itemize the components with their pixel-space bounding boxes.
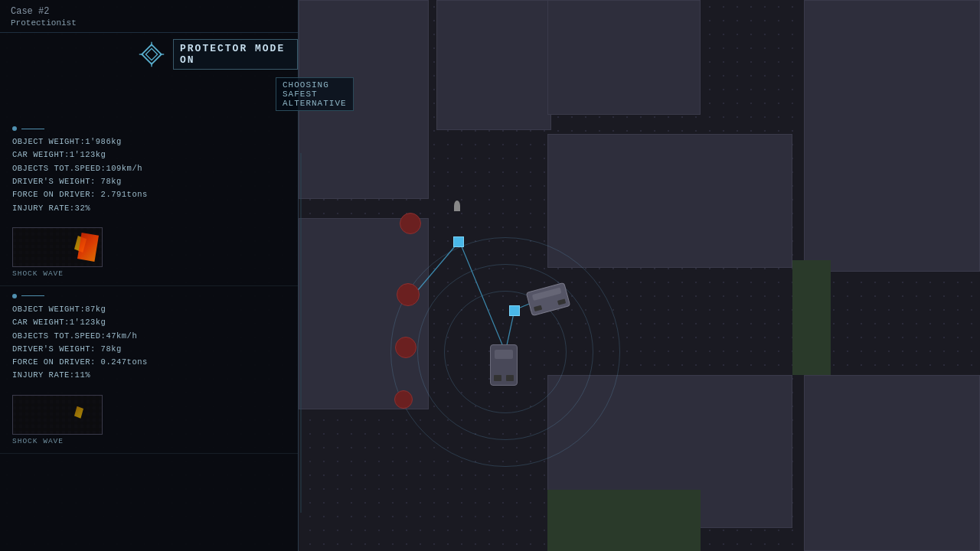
alt-2-driver-weight: DRIVER'S WEIGHT: 78kg: [12, 343, 286, 356]
alt-1-driver-weight: DRIVER'S WEIGHT: 78kg: [12, 175, 286, 188]
alternative-1-block: OBJECT WEIGHT:1'986kg CAR WEIGHT:1'123kg…: [0, 119, 298, 286]
obstacle-3: [395, 337, 416, 358]
obstacle-4: [394, 390, 413, 409]
alt-1-dot: [12, 126, 17, 131]
building-right-edge: [804, 0, 980, 272]
alt-1-object-weight: OBJECT WEIGHT:1'986kg: [12, 135, 286, 148]
alt-1-objects-speed: OBJECTS TOT.SPEED:109km/h: [12, 162, 286, 175]
alternative-2-block: OBJECT WEIGHT:87kg CAR WEIGHT:1'123kg OB…: [0, 286, 298, 454]
alt-2-dot: [12, 294, 17, 298]
waypoint-2: [509, 305, 520, 316]
case-label: Case #2: [11, 6, 287, 17]
building-top-right: [547, 0, 701, 115]
obstacle-2: [397, 283, 420, 306]
building-top-center: [436, 0, 551, 130]
mode-label: Protectionist: [11, 18, 287, 28]
alt-2-divider: [12, 294, 286, 298]
green-area-bottom: [547, 490, 701, 551]
alt-1-injury: INJURY RATE:32%: [12, 202, 286, 215]
waypoint-1: [453, 236, 464, 247]
mode-bar: PROTECTOR MODE ON: [138, 39, 298, 70]
alt-2-force: FORCE ON DRIVER: 0.247tons: [12, 356, 286, 369]
self-driving-vehicle: [490, 344, 518, 386]
alt-2-objects-speed: OBJECTS TOT.SPEED:47km/h: [12, 330, 286, 343]
alt-1-shock-wave-label: SHOCK WAVE: [12, 269, 64, 278]
svg-rect-5: [142, 44, 161, 64]
diamond-logo-icon: [138, 41, 165, 68]
building-bottom-corner: [804, 375, 980, 551]
obstacle-1: [400, 213, 421, 234]
alt-1-car-weight: CAR WEIGHT:1'123kg: [12, 148, 286, 161]
building-mid-right: [547, 134, 792, 268]
panel-header: Case #2 Protectionist: [0, 0, 298, 33]
alt-2-car-weight: CAR WEIGHT:1'123kg: [12, 316, 286, 329]
info-panel: Case #2 Protectionist PROTECTOR MODE ON …: [0, 0, 299, 551]
mode-text: PROTECTOR MODE ON: [173, 39, 298, 70]
alt-2-object-weight: OBJECT WEIGHT:87kg: [12, 303, 286, 316]
person-top: [454, 201, 460, 211]
alt-2-injury: INJURY RATE:11%: [12, 369, 286, 382]
alt-1-shock-wave-visual: [12, 227, 103, 267]
choosing-banner: CHOOSING SAFEST ALTERNATIVE: [276, 77, 354, 111]
alt-1-divider: [12, 126, 286, 131]
alt-2-shock-wave-label: SHOCK WAVE: [12, 437, 64, 445]
svg-rect-6: [145, 48, 157, 60]
green-area-right: [792, 260, 831, 375]
alt-1-force: FORCE ON DRIVER: 2.791tons: [12, 188, 286, 201]
alt-2-line: [21, 295, 44, 296]
alt-2-shock-wave-visual: [12, 395, 103, 435]
alt-1-line: [21, 129, 44, 129]
